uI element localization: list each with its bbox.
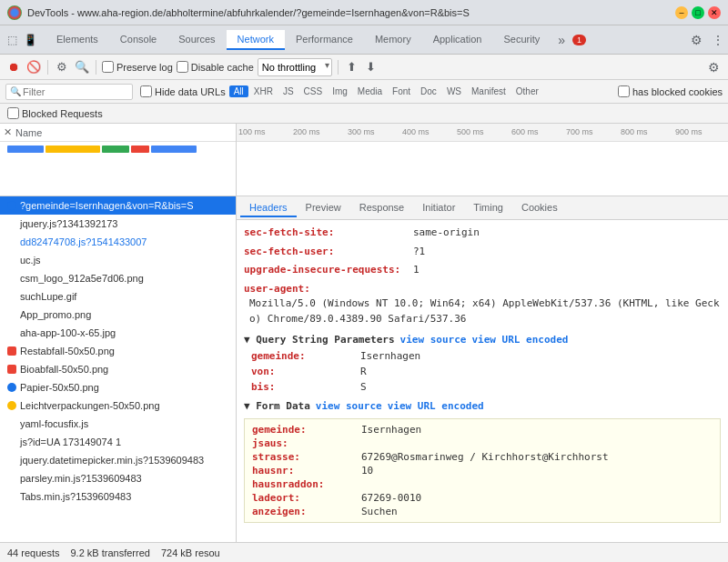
tab-memory[interactable]: Memory (364, 30, 422, 50)
file-item-3[interactable]: dd82474708.js?1541433007 (0, 233, 236, 251)
blocked-requests-checkbox[interactable] (7, 107, 19, 119)
img-bar (131, 146, 149, 153)
filter-css[interactable]: CSS (299, 85, 328, 97)
file-item-13[interactable]: yaml-focusfix.js (0, 415, 236, 433)
throttle-select[interactable]: No throttling (258, 58, 332, 76)
main-tab-bar: ⬚ 📱 Elements Console Sources Network Per… (0, 25, 728, 55)
tab-elements[interactable]: Elements (46, 30, 109, 50)
detail-tab-response[interactable]: Response (350, 199, 414, 217)
filter-js[interactable]: JS (278, 85, 298, 97)
inspect-icon[interactable]: ⬚ (4, 32, 20, 48)
mobile-icon[interactable]: 📱 (22, 32, 38, 48)
file-item-15[interactable]: jquery.datetimepicker.min.js?1539609483 (0, 451, 236, 469)
q-view-source[interactable]: view source (400, 334, 467, 346)
filter-media[interactable]: Media (353, 85, 387, 97)
name-column-header: Name (15, 127, 42, 138)
file-item-6[interactable]: suchLupe.gif (0, 287, 236, 306)
fd-view-source[interactable]: view source (316, 400, 382, 412)
header-upgrade-insecure: upgrade-insecure-requests: 1 (244, 261, 721, 280)
file-item-4[interactable]: uc.js (0, 251, 236, 269)
disable-cache-checkbox[interactable] (177, 61, 188, 73)
file-item-9[interactable]: Restabfall-50x50.png (0, 342, 236, 360)
more-tabs-icon[interactable]: » (554, 31, 569, 49)
toolbar-divider-3 (338, 60, 339, 75)
js-bar (46, 146, 100, 153)
blocked-cookies-checkbox[interactable] (618, 85, 630, 97)
hide-data-urls-label[interactable]: Hide data URLs (140, 85, 226, 97)
file-icon-1 (7, 201, 16, 210)
search-icon[interactable]: 🔍 (74, 59, 90, 75)
timeline-close-icon[interactable]: ✕ (4, 126, 12, 138)
query-params-section[interactable]: ▼ Query String Parameters view source vi… (244, 328, 721, 348)
query-chevron: ▼ Query String Parameters (244, 334, 395, 346)
detail-tab-bar: Headers Preview Response Initiator Timin… (237, 196, 728, 220)
file-item-5[interactable]: csm_logo_912a5e7d06.png (0, 269, 236, 287)
preserve-log-checkbox[interactable] (102, 61, 114, 73)
files-list: ?gemeinde=Isernhagen&von=R&bis=S jquery.… (0, 196, 237, 542)
record-button[interactable]: ⏺ (5, 59, 22, 75)
devtools-container: ⬚ 📱 Elements Console Sources Network Per… (0, 25, 728, 562)
filter-img[interactable]: Img (328, 85, 352, 97)
detail-tab-preview[interactable]: Preview (297, 199, 350, 217)
file-icon-6 (7, 292, 16, 301)
file-item-8[interactable]: aha-app-100-x-65.jpg (0, 324, 236, 342)
preserve-log-label[interactable]: Preserve log (102, 61, 173, 73)
tab-console[interactable]: Console (109, 30, 167, 50)
requests-count: 44 requests (7, 547, 59, 558)
network-settings-icon[interactable]: ⚙ (705, 60, 723, 75)
form-data-section-header[interactable]: ▼ Form Data view source view URL encoded (244, 395, 721, 415)
filter-xhr[interactable]: XHR (249, 85, 278, 97)
other-bar (151, 146, 197, 153)
ruler-mark-0: 100 ms (238, 127, 266, 136)
fd-view-url[interactable]: view URL encoded (388, 400, 484, 412)
import-icon[interactable]: ⬆ (344, 58, 359, 75)
file-item-14[interactable]: js?id=UA 173149074 1 (0, 433, 236, 451)
tab-application[interactable]: Application (422, 30, 493, 50)
detail-tab-cookies[interactable]: Cookies (512, 199, 567, 217)
tab-sources[interactable]: Sources (167, 30, 226, 50)
file-item-1[interactable]: ?gemeinde=Isernhagen&von=R&bis=S (0, 196, 236, 215)
blocked-cookies-label[interactable]: has blocked cookies (618, 85, 723, 97)
detail-tab-timing[interactable]: Timing (464, 199, 512, 217)
export-icon[interactable]: ⬇ (363, 58, 379, 75)
form-param-hausnr: hausnr: 10 (252, 464, 713, 477)
file-icon-2 (7, 219, 16, 228)
disable-cache-label[interactable]: Disable cache (177, 61, 254, 73)
timeline-header: ✕ Name (0, 124, 236, 142)
hide-data-urls-checkbox[interactable] (140, 85, 152, 97)
tab-performance[interactable]: Performance (285, 30, 364, 50)
file-item-10[interactable]: Bioabfall-50x50.png (0, 360, 236, 378)
filter-font[interactable]: Font (388, 85, 415, 97)
filter-ws[interactable]: WS (442, 85, 466, 97)
detail-tab-initiator[interactable]: Initiator (413, 199, 464, 217)
file-item-17[interactable]: Tabs.min.js?1539609483 (0, 487, 236, 506)
clear-button[interactable]: 🚫 (25, 59, 42, 75)
filter-icon[interactable]: ⚙ (54, 59, 70, 75)
customize-icon[interactable]: ⋮ (712, 33, 724, 47)
detail-tab-headers[interactable]: Headers (240, 199, 297, 217)
blocked-requests-label[interactable]: Blocked Requests (7, 107, 103, 119)
network-toolbar: ⏺ 🚫 ⚙ 🔍 Preserve log Disable cache No th… (0, 55, 728, 80)
settings-icon[interactable]: ⚙ (685, 33, 708, 47)
file-item-12[interactable]: Leichtverpackungen-50x50.png (0, 396, 236, 415)
close-button[interactable]: ✕ (708, 6, 721, 19)
filter-manifest[interactable]: Manifest (467, 85, 511, 97)
file-item-16[interactable]: parsley.min.js?1539609483 (0, 469, 236, 487)
tab-bar-icons: ⬚ 📱 (4, 32, 38, 48)
tab-network[interactable]: Network (227, 30, 285, 50)
filter-input[interactable] (23, 86, 128, 97)
file-item-7[interactable]: App_promo.png (0, 306, 236, 324)
q-view-url[interactable]: view URL encoded (471, 334, 568, 346)
filter-all[interactable]: All (229, 85, 248, 97)
file-icon-3 (7, 237, 16, 246)
maximize-button[interactable]: □ (692, 6, 704, 19)
toolbar-divider-2 (96, 60, 96, 75)
header-user-agent: user-agent: Mozilla/5.0 (Windows NT 10.0… (244, 280, 721, 329)
minimize-button[interactable]: – (675, 6, 688, 19)
tab-security[interactable]: Security (492, 30, 551, 50)
filter-other[interactable]: Other (511, 85, 543, 97)
file-item-11[interactable]: Papier-50x50.png (0, 378, 236, 396)
file-item-2[interactable]: jquery.js?1341392173 (0, 215, 236, 233)
ruler-mark-1: 200 ms (293, 127, 320, 136)
filter-doc[interactable]: Doc (416, 85, 441, 97)
